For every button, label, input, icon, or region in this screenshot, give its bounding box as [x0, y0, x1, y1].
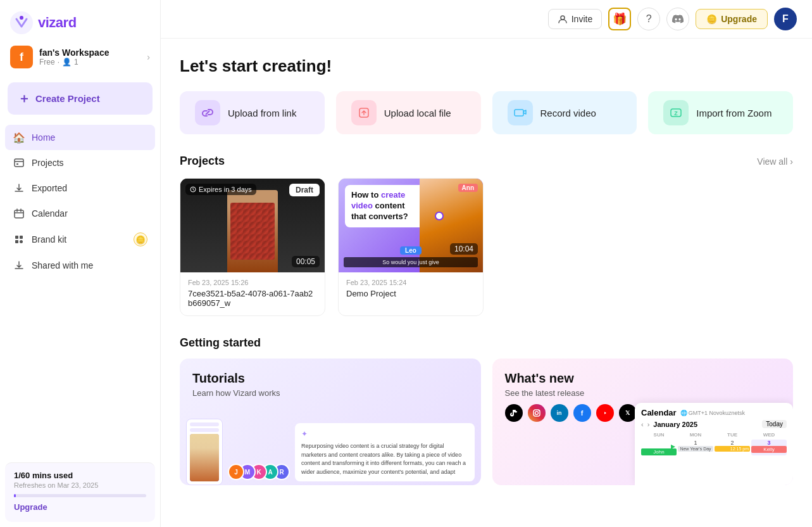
project-info-demo: Feb 23, 2025 15:24 Demo Project	[339, 272, 483, 306]
clock-icon	[190, 186, 196, 193]
import-from-zoom-option[interactable]: Z Import from Zoom	[648, 91, 793, 134]
workspace-name: fan's Workspace	[39, 48, 141, 58]
sidebar-label-projects: Projects	[32, 158, 64, 168]
svg-point-16	[535, 412, 538, 415]
cursor-indicator	[435, 212, 444, 220]
upload-icon	[357, 106, 371, 120]
user-avatar[interactable]: F	[774, 8, 797, 30]
text-preview-card: ✦ Repurposing video content is a crucial…	[295, 423, 475, 481]
cal-cells-row: ▸ John 1 New Year's Day 2 12:15 pm 3	[641, 440, 787, 455]
phone-row-1	[190, 422, 219, 426]
sidebar-item-home[interactable]: 🏠 Home	[5, 125, 155, 150]
day-sun: SUN	[641, 432, 677, 438]
record-icon-wrap	[508, 100, 533, 125]
gift-button[interactable]: 🎁	[608, 8, 631, 30]
svg-text:Z: Z	[675, 110, 678, 117]
workspace-selector[interactable]: f fan's Workspace Free · 👤 1 ›	[0, 41, 160, 79]
sidebar-item-calendar[interactable]: Calendar	[5, 201, 155, 226]
cal-prev[interactable]: ‹	[641, 421, 644, 428]
tutorials-label: Tutorials	[192, 371, 468, 386]
cal-today-button[interactable]: Today	[762, 420, 787, 428]
tutorials-card-inner: Tutorials Learn how Vizard works	[180, 359, 481, 398]
svg-rect-4	[15, 210, 23, 218]
linkedin-icon[interactable]: in	[551, 404, 568, 422]
facebook-icon[interactable]: f	[573, 404, 591, 422]
upload-from-link-option[interactable]: Upload from link	[180, 91, 325, 134]
help-button[interactable]: ?	[637, 8, 660, 30]
project-thumb-draft: Expires in 3 days Draft 00:05	[180, 179, 325, 272]
cal-next[interactable]: ›	[647, 421, 650, 428]
record-video-option[interactable]: Record video	[492, 91, 637, 134]
phone-row-2	[190, 428, 219, 432]
svg-rect-11	[515, 110, 523, 116]
plus-icon: ＋	[18, 90, 30, 107]
sidebar: vizard f fan's Workspace Free · 👤 1 › ＋ …	[0, 0, 161, 527]
tutorials-illustration: J M K A R ✦ Repurposing video content is…	[180, 403, 481, 485]
camera-icon	[513, 106, 527, 120]
sidebar-item-exported[interactable]: Exported	[5, 175, 155, 201]
projects-section-header: Projects View all ›	[180, 155, 793, 168]
getting-started-title: Getting started	[180, 336, 793, 350]
cal-nav-row: ‹ › January 2025 Today	[641, 420, 787, 428]
project-duration: 00:05	[292, 256, 320, 267]
record-video-label: Record video	[540, 108, 596, 118]
view-all-projects-link[interactable]: View all ›	[757, 156, 793, 167]
sidebar-label-exported: Exported	[32, 183, 67, 193]
project-date: Feb 23, 2025 15:26	[188, 279, 317, 286]
twitter-x-icon[interactable]: 𝕏	[619, 404, 637, 422]
avatar-1: J	[228, 464, 244, 480]
getting-started-grid: Tutorials Learn how Vizard works	[180, 359, 793, 485]
svg-rect-2	[15, 159, 23, 167]
gift-icon: 🎁	[613, 12, 627, 26]
invite-button[interactable]: Invite	[548, 9, 602, 29]
person-icon	[558, 14, 568, 24]
tiktok-icon[interactable]	[505, 404, 523, 422]
import-zoom-label: Import from Zoom	[696, 108, 771, 118]
new-years-event: New Year's Day	[678, 446, 713, 452]
day-mon: MON	[678, 432, 713, 438]
upgrade-coin-icon: 🪙	[706, 14, 717, 24]
topbar: Invite 🎁 ? 🪙 Upgrade F	[161, 0, 812, 39]
whats-new-card[interactable]: What's new See the latest release in	[492, 359, 794, 485]
project-card-draft[interactable]: Expires in 3 days Draft 00:05 Feb 23, 20…	[180, 178, 325, 316]
ann-label: Ann	[458, 184, 478, 192]
upload-local-file-option[interactable]: Upload local file	[336, 91, 481, 134]
youtube-icon[interactable]	[596, 404, 614, 422]
svg-point-1	[20, 16, 23, 20]
discord-icon	[672, 15, 684, 23]
create-project-button[interactable]: ＋ Create Project	[8, 82, 153, 115]
svg-point-9	[561, 16, 565, 20]
discord-button[interactable]	[666, 8, 689, 30]
project-card-demo[interactable]: How to create video content that convert…	[338, 178, 484, 316]
projects-icon	[13, 156, 25, 169]
svg-rect-7	[15, 240, 18, 243]
instagram-icon[interactable]	[528, 404, 546, 422]
project-info-draft: Feb 23, 2025 15:26 7cee3521-b5a2-4078-a0…	[180, 272, 325, 315]
avatars-row: J M K A R	[228, 464, 290, 480]
user-icon: 👤	[62, 58, 72, 67]
sidebar-footer: 1/60 mins used Refreshes on Mar 23, 2025…	[5, 462, 155, 522]
help-icon: ?	[646, 13, 652, 25]
svg-rect-3	[16, 163, 18, 165]
cal-cell-empty: ▸ John	[641, 440, 677, 455]
day-wed: WED	[751, 432, 787, 438]
main-content: Invite 🎁 ? 🪙 Upgrade F Let's start creat…	[161, 0, 812, 527]
tutorials-card[interactable]: Tutorials Learn how Vizard works	[180, 359, 481, 485]
cal-header-row: Calendar 🌐 GMT+1 Novokuznetsk	[641, 408, 787, 417]
sidebar-item-brand-kit[interactable]: Brand kit 🪙	[5, 226, 155, 253]
demo-content: How to create video content that convert…	[339, 179, 483, 272]
whats-new-sub: See the latest release	[505, 388, 781, 398]
cal-days-headers: SUN MON TUE WED	[641, 432, 787, 438]
project-thumb-demo: How to create video content that convert…	[339, 179, 483, 272]
text-preview-content: Repurposing video content is a crucial s…	[301, 443, 466, 475]
upgrade-button[interactable]: 🪙 Upgrade	[696, 9, 768, 29]
upload-options: Upload from link Upload local file Recor…	[180, 91, 793, 134]
upload-from-link-label: Upload from link	[228, 108, 296, 118]
upgrade-footer-link[interactable]: Upgrade	[14, 502, 146, 512]
sidebar-item-projects[interactable]: Projects	[5, 150, 155, 175]
cal-month: January 2025	[653, 421, 697, 428]
sidebar-item-shared[interactable]: Shared with me	[5, 253, 155, 278]
thumb-top: Expires in 3 days Draft	[185, 184, 320, 196]
zoom-icon-wrap: Z	[663, 100, 689, 125]
nav-items: 🏠 Home Projects Exported Calendar Bra	[0, 122, 160, 457]
